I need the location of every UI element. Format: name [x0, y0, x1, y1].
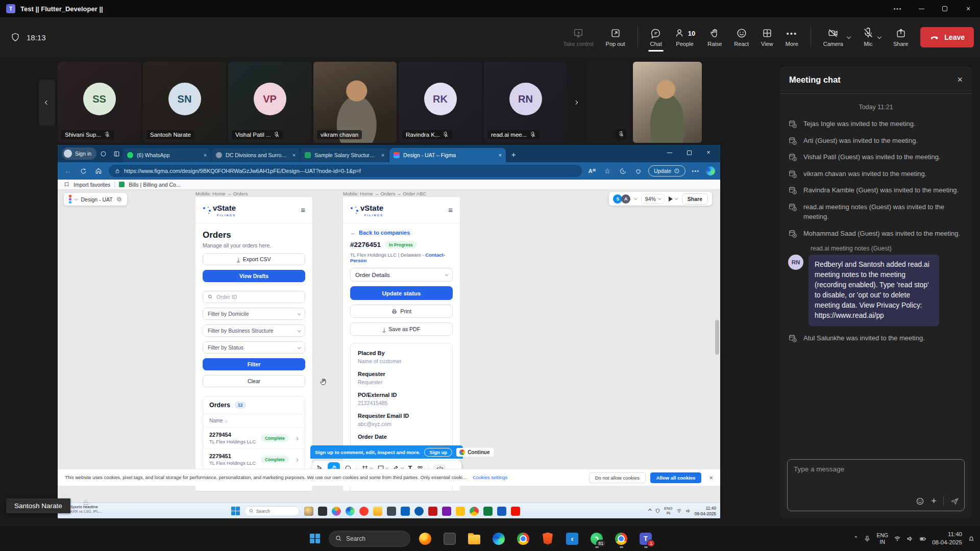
pop-out-button[interactable]: Pop out: [606, 28, 625, 47]
workspaces-icon[interactable]: [96, 147, 110, 160]
collaborator-avatar[interactable]: A: [621, 194, 630, 204]
tray-shield-icon[interactable]: [655, 508, 660, 514]
taskbar-app-icon[interactable]: [318, 507, 327, 516]
attach-plus-icon[interactable]: +: [931, 495, 937, 507]
taskbar-explorer-icon[interactable]: [464, 529, 484, 548]
bookmark-item[interactable]: Import favorites: [74, 182, 110, 188]
cookie-settings-link[interactable]: Cookies settings: [473, 475, 507, 480]
taskbar-app-icon[interactable]: [456, 507, 465, 516]
chat-close-icon[interactable]: ×: [957, 74, 963, 85]
allow-cookies-button[interactable]: Allow all cookies: [650, 472, 702, 483]
wifi-icon[interactable]: [894, 535, 901, 542]
google-continue-button[interactable]: Continue: [456, 448, 494, 457]
address-bar[interactable]: https://www.figma.com/design/9BKQ0FOHRWa…: [109, 165, 582, 177]
cookie-close-icon[interactable]: ×: [709, 474, 713, 482]
taskbar-app-icon[interactable]: [414, 507, 424, 516]
taskbar-app-icon[interactable]: [304, 507, 313, 516]
browser-tab[interactable]: (6) WhatsApp×: [123, 148, 211, 162]
participant-tile[interactable]: RK Ravindra K...: [399, 62, 482, 143]
camera-button[interactable]: Camera: [823, 28, 843, 47]
taskbar-app-icon[interactable]: [359, 507, 369, 516]
tab-close-icon[interactable]: ×: [499, 152, 502, 158]
duplicate-icon[interactable]: [116, 196, 122, 202]
present-button[interactable]: [669, 196, 678, 202]
taskbar-whatsapp-icon[interactable]: 81: [587, 529, 606, 548]
taskbar-chrome-profile-icon[interactable]: [611, 529, 631, 548]
browser-close-button[interactable]: ×: [699, 145, 718, 160]
window-more-icon[interactable]: •••: [886, 0, 910, 17]
clock[interactable]: 11:4008-04-2025: [932, 531, 962, 546]
raise-hand-button[interactable]: Raise: [707, 28, 722, 47]
tab-close-icon[interactable]: ×: [292, 152, 296, 158]
reload-icon[interactable]: [78, 168, 88, 174]
chat-input[interactable]: [788, 460, 964, 489]
filmstrip-prev-button[interactable]: [39, 80, 55, 126]
taskbar-chrome-icon[interactable]: [513, 529, 533, 548]
taskbar-app-icon[interactable]: [332, 507, 341, 516]
chat-button[interactable]: Chat: [650, 28, 662, 47]
taskbar-app-icon[interactable]: [373, 507, 382, 516]
signup-button[interactable]: Sign up: [424, 448, 452, 457]
camera-options-chevron-icon[interactable]: [847, 34, 851, 38]
leave-button[interactable]: Leave: [920, 27, 974, 47]
taskbar-teams-icon[interactable]: T1: [636, 529, 655, 548]
participant-tile[interactable]: [587, 62, 630, 143]
notification-bell-icon[interactable]: [968, 535, 975, 542]
language-indicator[interactable]: ENGIN: [664, 507, 672, 515]
edge-profile-icon[interactable]: [706, 166, 715, 176]
browser-profile-button[interactable]: Sign in: [62, 147, 96, 160]
tray-expand-icon[interactable]: [648, 508, 652, 512]
figma-file-pill[interactable]: Design - UAT: [64, 193, 127, 206]
taskbar-app-icon[interactable]: [442, 507, 451, 516]
share-button[interactable]: Share: [893, 28, 908, 47]
split-screen-icon[interactable]: [633, 168, 643, 174]
tab-close-icon[interactable]: ×: [204, 152, 207, 158]
volume-icon[interactable]: [906, 535, 914, 542]
figma-share-button[interactable]: Share: [682, 193, 708, 205]
taskbar-app-icon[interactable]: [470, 507, 479, 516]
tray-mic-icon[interactable]: [864, 535, 871, 542]
frame-label[interactable]: Mobile: Home → Orders: [195, 191, 248, 196]
participant-tile[interactable]: RN read.ai mee...: [484, 62, 567, 143]
participant-tile[interactable]: SS Shivani Sup...: [58, 62, 141, 143]
taskbar-app-icon[interactable]: [511, 507, 520, 516]
more-button[interactable]: ••• More: [786, 28, 798, 47]
taskbar-firefox-icon[interactable]: [415, 529, 435, 548]
mockup-orders-list[interactable]: vStateFILINGS ≡ Orders Manage all your o…: [195, 197, 312, 491]
taskbar-search[interactable]: Search: [244, 506, 300, 516]
people-button[interactable]: 10 People: [674, 28, 695, 47]
send-icon[interactable]: [950, 497, 959, 506]
read-aloud-icon[interactable]: A≋: [587, 168, 597, 174]
participant-tile[interactable]: VP Vishal Patil ...: [228, 62, 311, 143]
tray-expand-icon[interactable]: ⌃: [853, 535, 858, 542]
home-icon[interactable]: [93, 167, 104, 174]
battery-icon[interactable]: [919, 535, 926, 542]
participant-tile[interactable]: vikram chavan: [313, 62, 397, 143]
volume-icon[interactable]: [685, 508, 691, 514]
taskbar-app-icon[interactable]: [346, 507, 355, 516]
taskbar-app-icon[interactable]: [401, 507, 410, 516]
chat-input-box[interactable]: +: [787, 459, 965, 511]
back-icon[interactable]: ←: [63, 167, 73, 175]
browser-tab-active[interactable]: Design - UAT – Figma×: [389, 148, 506, 162]
window-maximize-button[interactable]: [933, 0, 957, 17]
browser-maximize-button[interactable]: [679, 145, 699, 160]
language-indicator[interactable]: ENGIN: [876, 532, 888, 545]
deny-cookies-button[interactable]: Do not allow cookies: [589, 472, 646, 483]
browser-minimize-button[interactable]: [660, 145, 679, 160]
taskbar-vscode-icon[interactable]: ‹: [562, 529, 582, 548]
window-minimize-button[interactable]: [910, 0, 933, 17]
start-button-icon[interactable]: [231, 507, 240, 515]
canvas-scrollbar[interactable]: [715, 320, 719, 355]
browser-tab[interactable]: DC Divisions and Surroundings×: [212, 148, 300, 162]
participant-tile[interactable]: SN Santosh Narate: [143, 62, 226, 143]
participant-tile[interactable]: [633, 62, 702, 143]
taskbar-app-icon[interactable]: [497, 507, 506, 516]
new-tab-button[interactable]: +: [507, 147, 520, 161]
taskbar-search[interactable]: Search: [329, 531, 410, 547]
taskbar-app-icon[interactable]: [387, 507, 396, 516]
tab-close-icon[interactable]: ×: [381, 152, 384, 158]
mic-options-chevron-icon[interactable]: [877, 34, 881, 38]
browser-update-button[interactable]: Update: [648, 165, 685, 177]
mic-button[interactable]: Mic: [863, 28, 874, 47]
